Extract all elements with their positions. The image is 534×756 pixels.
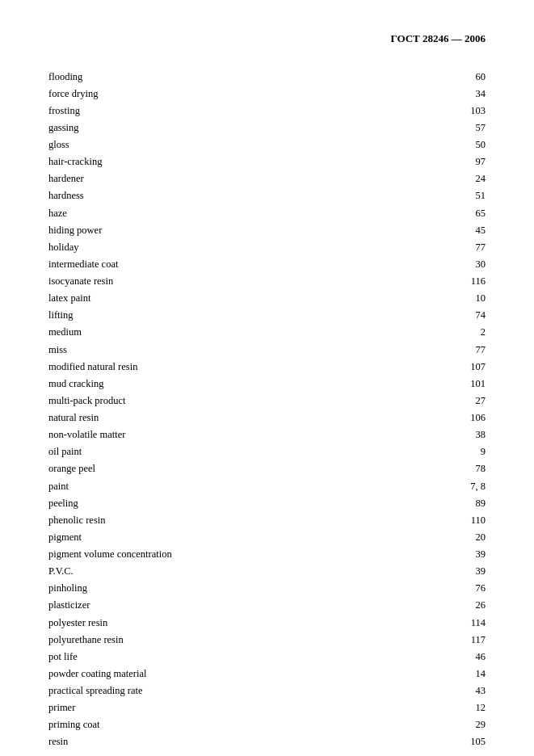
- number-cell: 12: [420, 699, 486, 716]
- table-row: frosting103: [48, 102, 486, 119]
- table-row: haze65: [48, 204, 486, 221]
- table-row: force drying34: [48, 85, 486, 102]
- number-cell: 45: [420, 221, 486, 238]
- term-cell: pot life: [48, 648, 420, 665]
- term-cell: force drying: [48, 85, 420, 102]
- number-cell: 117: [420, 631, 486, 648]
- table-row: pinholing76: [48, 580, 486, 597]
- table-row: flooding60: [48, 68, 486, 85]
- number-cell: 101: [420, 375, 486, 392]
- number-cell: 43: [420, 682, 486, 699]
- number-cell: 107: [420, 358, 486, 375]
- term-cell: gloss: [48, 136, 420, 153]
- table-row: powder coating material14: [48, 665, 486, 682]
- table-row: multi-pack product27: [48, 392, 486, 409]
- term-cell: peeling: [48, 494, 420, 511]
- term-cell: latex paint: [48, 290, 420, 307]
- term-cell: natural resin: [48, 410, 420, 426]
- number-cell: 7, 8: [420, 477, 486, 494]
- table-row: pot life46: [48, 648, 486, 665]
- table-row: ropiness66: [48, 750, 486, 756]
- term-cell: phenolic resin: [48, 511, 420, 528]
- table-row: mud cracking101: [48, 375, 486, 392]
- term-cell: polyurethane resin: [48, 631, 420, 648]
- table-row: holiday77: [48, 238, 486, 255]
- table-row: hair-cracking97: [48, 153, 486, 170]
- table-row: P.V.C.39: [48, 563, 486, 580]
- term-cell: frosting: [48, 102, 420, 119]
- page: ГОСТ 28246 — 2006 flooding60force drying…: [0, 0, 534, 756]
- term-cell: plasticizer: [48, 597, 420, 614]
- page-header: ГОСТ 28246 — 2006: [48, 32, 486, 45]
- number-cell: 116: [420, 273, 486, 290]
- table-row: lifting74: [48, 307, 486, 324]
- number-cell: 66: [420, 750, 486, 756]
- term-cell: ropiness: [48, 750, 420, 756]
- term-cell: practical spreading rate: [48, 682, 420, 699]
- number-cell: 76: [420, 580, 486, 597]
- table-row: non-volatile matter38: [48, 426, 486, 443]
- table-row: paint7, 8: [48, 477, 486, 494]
- term-cell: pigment volume concentration: [48, 546, 420, 563]
- table-row: isocyanate resin116: [48, 273, 486, 290]
- term-cell: modified natural resin: [48, 358, 420, 375]
- term-cell: pinholing: [48, 580, 420, 597]
- table-row: hardness51: [48, 187, 486, 204]
- term-cell: P.V.C.: [48, 563, 420, 580]
- table-row: hiding power45: [48, 221, 486, 238]
- number-cell: 10: [420, 290, 486, 307]
- term-cell: paint: [48, 477, 420, 494]
- term-cell: haze: [48, 204, 420, 221]
- term-cell: non-volatile matter: [48, 426, 420, 443]
- number-cell: 20: [420, 528, 486, 545]
- number-cell: 51: [420, 187, 486, 204]
- table-row: pigment volume concentration39: [48, 546, 486, 563]
- table-row: hardener24: [48, 170, 486, 187]
- term-cell: hair-cracking: [48, 153, 420, 170]
- term-cell: flooding: [48, 68, 420, 85]
- term-cell: resin: [48, 733, 420, 750]
- term-cell: isocyanate resin: [48, 273, 420, 290]
- table-row: medium2: [48, 324, 486, 341]
- number-cell: 39: [420, 546, 486, 563]
- term-cell: holiday: [48, 238, 420, 255]
- term-cell: gassing: [48, 119, 420, 136]
- number-cell: 34: [420, 85, 486, 102]
- term-cell: orange peel: [48, 460, 420, 477]
- term-cell: oil paint: [48, 443, 420, 460]
- term-cell: hiding power: [48, 221, 420, 238]
- table-row: gloss50: [48, 136, 486, 153]
- table-row: plasticizer26: [48, 597, 486, 614]
- number-cell: 27: [420, 392, 486, 409]
- term-cell: miss: [48, 341, 420, 358]
- term-cell: pigment: [48, 528, 420, 545]
- number-cell: 89: [420, 494, 486, 511]
- number-cell: 50: [420, 136, 486, 153]
- table-row: polyurethane resin117: [48, 631, 486, 648]
- number-cell: 57: [420, 119, 486, 136]
- number-cell: 114: [420, 614, 486, 631]
- table-row: miss77: [48, 341, 486, 358]
- table-row: natural resin106: [48, 410, 486, 426]
- number-cell: 103: [420, 102, 486, 119]
- term-cell: hardener: [48, 170, 420, 187]
- table-row: priming coat29: [48, 716, 486, 733]
- number-cell: 105: [420, 733, 486, 750]
- table-row: gassing57: [48, 119, 486, 136]
- term-cell: primer: [48, 699, 420, 716]
- term-cell: lifting: [48, 307, 420, 324]
- number-cell: 77: [420, 341, 486, 358]
- table-row: modified natural resin107: [48, 358, 486, 375]
- table-row: phenolic resin110: [48, 511, 486, 528]
- number-cell: 39: [420, 563, 486, 580]
- table-row: resin105: [48, 733, 486, 750]
- number-cell: 24: [420, 170, 486, 187]
- term-cell: intermediate coat: [48, 255, 420, 272]
- table-row: latex paint10: [48, 290, 486, 307]
- number-cell: 97: [420, 153, 486, 170]
- number-cell: 26: [420, 597, 486, 614]
- term-cell: powder coating material: [48, 665, 420, 682]
- table-row: peeling89: [48, 494, 486, 511]
- term-cell: polyester resin: [48, 614, 420, 631]
- number-cell: 65: [420, 204, 486, 221]
